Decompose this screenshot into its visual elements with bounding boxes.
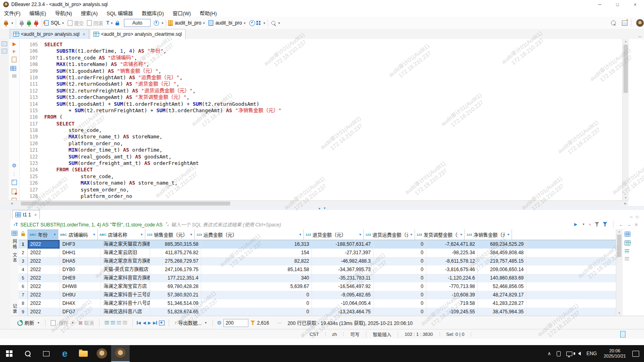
- code-line[interactable]: 113 SUM(t3.orderChangeAmt) AS "发货调整金额（元）…: [19, 94, 616, 101]
- grid-vertical-scrollbar[interactable]: ▲ ▼: [616, 229, 623, 316]
- grid-cell[interactable]: 海澜之家淘宝官方店: [101, 282, 150, 291]
- quick-search-icon[interactable]: [611, 21, 616, 25]
- reconnect-button[interactable]: [25, 20, 33, 26]
- code-line[interactable]: 116FROM (: [19, 114, 616, 120]
- menu-item[interactable]: SQL 编辑器: [107, 9, 133, 17]
- duplicate-row-icon[interactable]: [111, 321, 115, 325]
- code-line[interactable]: 110 SUM(t1.orderFreightAmt) AS "运费金额（元）"…: [19, 74, 616, 81]
- scroll-up-icon[interactable]: ▲: [616, 229, 622, 234]
- grid-cell[interactable]: 2022: [28, 308, 60, 316]
- scrollbar-thumb[interactable]: [617, 234, 621, 257]
- task-view-button[interactable]: [37, 345, 56, 362]
- text-view-tab[interactable]: 文本: [11, 253, 18, 263]
- code-line[interactable]: 124 FROM (SELECT: [19, 167, 616, 173]
- dbeaver-taskbar-button[interactable]: [93, 345, 111, 362]
- grid-cell[interactable]: DYB0: [60, 265, 101, 274]
- grid-cell[interactable]: 0: [374, 299, 426, 308]
- grid-cell[interactable]: 海澜之家抖音官方旗舰店: [101, 274, 150, 282]
- edge-browser-button[interactable]: e: [56, 345, 74, 362]
- code-line[interactable]: 111 SUM(t2.returnGoodsAmt) AS "退货金额（元）",: [19, 81, 616, 87]
- grid-cell[interactable]: 48,274,829.17: [478, 291, 526, 299]
- row-number[interactable]: 1: [19, 240, 28, 249]
- taskbar-search-button[interactable]: [19, 345, 37, 362]
- grid-cell[interactable]: 0: [201, 299, 312, 308]
- clipboard-icon[interactable]: [620, 331, 625, 337]
- grid-cell[interactable]: 2022: [28, 265, 60, 274]
- column-sort-icon[interactable]: ▼: [53, 233, 56, 237]
- grid-cell[interactable]: 0: [374, 240, 426, 249]
- code-line[interactable]: 115 + SUM(t2.returnFreightAmt) + SUM(t3.…: [19, 107, 616, 114]
- editor-tab[interactable]: <audit_bi_pro> analysis_cleartime.sql: [90, 29, 186, 39]
- editor-vertical-scrollbar[interactable]: ▲ ▼: [622, 39, 629, 200]
- grid-view-icon[interactable]: [12, 231, 17, 236]
- sql-editor-button[interactable]: SQL ▼: [44, 20, 64, 26]
- grid-cell[interactable]: -46,982,488.3: [312, 257, 374, 265]
- grid-cell[interactable]: 57,380,920.21: [150, 291, 201, 299]
- execute-script-icon[interactable]: [13, 50, 16, 53]
- code-line[interactable]: 112 SUM(t2.returnFreightAmt) AS "退货运费金额（…: [19, 88, 616, 94]
- grid-cell[interactable]: 2022: [28, 240, 60, 249]
- document-error-icon[interactable]: [12, 189, 17, 194]
- more-options-icon[interactable]: ⋮: [12, 172, 17, 176]
- code-line[interactable]: 123 SUM(order_freight_amt_t) AS orderFre…: [19, 160, 616, 167]
- row-number[interactable]: 8: [19, 299, 28, 308]
- column-header[interactable]: 123发货调整金额（元）▼: [415, 229, 465, 240]
- grid-cell[interactable]: 85,141.58: [201, 265, 312, 274]
- column-header[interactable]: ABC年份▼: [28, 229, 58, 240]
- rollback-button[interactable]: 回滚: [87, 20, 103, 27]
- minimize-button[interactable]: ─: [591, 0, 609, 9]
- explain-plan-icon[interactable]: [12, 74, 17, 78]
- scroll-right-icon[interactable]: ▶: [623, 201, 628, 206]
- refresh-button[interactable]: 刷新 ▼: [16, 319, 41, 326]
- grid-cell[interactable]: 885,350,315.58: [150, 240, 201, 249]
- expand-icon[interactable]: ⌜⌟: [166, 222, 168, 226]
- search-button[interactable]: ▼: [270, 21, 281, 25]
- table-row[interactable]: 32022DHA5海澜之家京东官方旗舰店275,268,729.5782,822…: [19, 257, 616, 265]
- grid-cell[interactable]: 0: [201, 308, 312, 316]
- grid-cell[interactable]: 2022: [28, 249, 60, 257]
- grid-cell[interactable]: 140,860,683.69: [478, 274, 526, 282]
- restore-panel-icon[interactable]: [2, 41, 7, 46]
- scrollbar-thumb[interactable]: [21, 202, 230, 206]
- column-sort-icon[interactable]: ▼: [507, 233, 510, 237]
- table-row[interactable]: 62022DHW8海澜之家淘宝官方店69,780,428.285,639.67-…: [19, 282, 616, 291]
- grid-cell[interactable]: -8,611,578.12: [426, 257, 478, 265]
- forward-icon[interactable]: →: [627, 222, 632, 227]
- grid-cell[interactable]: DHH1: [60, 249, 101, 257]
- filter-input[interactable]: 输入一个 SQL 表达式来过滤结果 (使用 Ctrl+Space): [171, 221, 574, 228]
- grid-cell[interactable]: 5,639.67: [201, 282, 312, 291]
- editor-horizontal-scrollbar[interactable]: ◀ ▶: [9, 200, 628, 206]
- grid-cell[interactable]: 41,283,228.27: [478, 299, 526, 308]
- grid-cell[interactable]: -10,064,005.4: [312, 299, 374, 308]
- column-sort-icon[interactable]: ▼: [299, 233, 302, 237]
- grid-cell[interactable]: 海澜之家抖音十八号店: [101, 299, 150, 308]
- column-sort-icon[interactable]: ▼: [140, 233, 143, 237]
- grid-cell[interactable]: -34,367,995.73: [312, 265, 374, 274]
- grid-cell[interactable]: 0: [374, 282, 426, 291]
- grid-cell[interactable]: -109,245.55: [426, 308, 478, 316]
- table-row[interactable]: 82022DH4X海澜之家抖音十八号店51,346,514.090-10,064…: [19, 299, 616, 308]
- code-line[interactable]: 127 system_order_no,: [19, 187, 616, 193]
- grid-cell[interactable]: 51,828,674.65: [150, 308, 201, 316]
- scroll-left-icon[interactable]: ◀: [9, 201, 14, 206]
- grid-cell[interactable]: 384,459,808.48: [478, 249, 526, 257]
- grid-cell[interactable]: 69,780,428.28: [150, 282, 201, 291]
- grid-cell[interactable]: 0: [374, 257, 426, 265]
- grid-cell[interactable]: 411,875,276.82: [150, 249, 201, 257]
- transaction-mode-button[interactable]: T ▼: [106, 20, 113, 26]
- grid-cell[interactable]: 154: [201, 249, 312, 257]
- grid-cell[interactable]: 177,212,351.4: [150, 274, 201, 282]
- close-button[interactable]: ×: [626, 0, 644, 9]
- table-row[interactable]: 72022DH9U海澜之家抖音十三号店57,380,920.210-9,095,…: [19, 291, 616, 299]
- grid-cell[interactable]: -13,243,464.75: [312, 308, 374, 316]
- code-line[interactable]: 114 SUM(t1.goodsAmt) + SUM(t1.orderFreig…: [19, 101, 616, 107]
- code-line[interactable]: 120 platform_order_no,: [19, 140, 616, 147]
- metadata-panel-icon[interactable]: [625, 241, 630, 245]
- grid-cell[interactable]: 0: [374, 291, 426, 299]
- code-line[interactable]: 117 SELECT: [19, 121, 616, 127]
- grid-cell[interactable]: 219,757,485.15: [478, 257, 526, 265]
- sql-code-area[interactable]: 105SELECT106 SUBSTR(t1.orderTime, 1, 4) …: [19, 41, 616, 200]
- column-sort-icon[interactable]: ▼: [359, 233, 362, 237]
- table-row[interactable]: 12022DHF3海澜之家天猫官方旗舰店885,350,315.5816,313…: [19, 240, 616, 249]
- code-line[interactable]: 109 SUM(t1.goodsAmt) AS "销售金额（元）",: [19, 68, 616, 74]
